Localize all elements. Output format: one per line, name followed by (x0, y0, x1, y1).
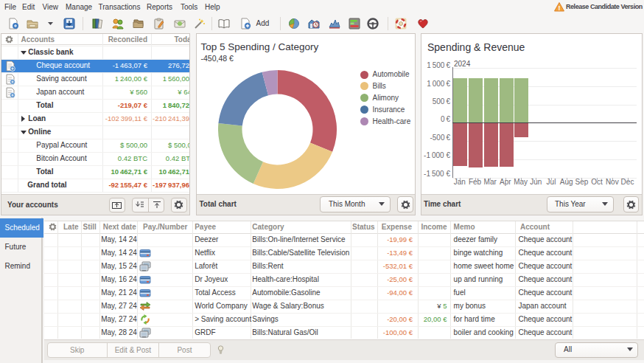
svg-text:!: ! (559, 4, 561, 12)
